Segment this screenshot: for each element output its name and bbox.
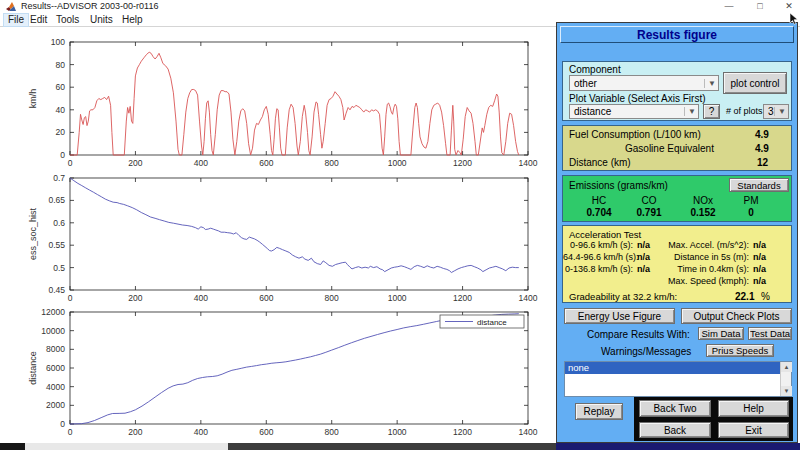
- svg-text:60: 60: [56, 82, 66, 92]
- energy-use-figure-button[interactable]: Energy Use Figure: [564, 308, 675, 324]
- minimize-button[interactable]: —: [716, 0, 742, 13]
- ess-soc-plot: 02004006008001000120014000.450.50.550.60…: [0, 168, 548, 304]
- acceleration-test-group: Acceleration Test 0-96.6 km/h (s): n/a 6…: [562, 225, 792, 303]
- menu-units[interactable]: Units: [86, 14, 117, 26]
- gradeability-value: 22.1: [735, 291, 754, 302]
- listbox-scrollbar[interactable]: ▲ ▼: [780, 362, 791, 396]
- back-two-button[interactable]: Back Two: [639, 400, 711, 417]
- svg-text:distance: distance: [477, 318, 507, 327]
- emissions-title: Emissions (grams/km): [569, 180, 668, 191]
- menu-tools[interactable]: Tools: [52, 14, 83, 26]
- close-button[interactable]: ✕: [776, 0, 800, 13]
- scroll-down-icon[interactable]: ▼: [781, 386, 792, 396]
- warnings-messages-label: Warnings/Messages: [601, 346, 691, 357]
- chevron-down-icon: ▼: [704, 79, 716, 88]
- svg-text:0.45: 0.45: [48, 285, 65, 295]
- back-button[interactable]: Back: [639, 422, 711, 438]
- accel-value: n/a: [637, 240, 650, 250]
- svg-text:200: 200: [128, 427, 142, 437]
- svg-text:1400: 1400: [519, 427, 538, 437]
- prius-speeds-button[interactable]: Prius Speeds: [706, 344, 774, 357]
- window-title: Results--ADVISOR 2003-00-r0116: [21, 1, 158, 11]
- svg-text:800: 800: [325, 427, 339, 437]
- output-check-plots-button[interactable]: Output Check Plots: [681, 308, 792, 324]
- svg-text:0.55: 0.55: [48, 240, 65, 250]
- emissions-value: 0.704: [579, 207, 619, 218]
- panel-title: Results figure: [560, 26, 794, 43]
- svg-text:0.6: 0.6: [53, 218, 65, 228]
- svg-text:10000: 10000: [41, 326, 65, 336]
- fuel-consumption-group: Fuel Consumption (L/100 km) 4.9 Gasoline…: [562, 125, 792, 171]
- svg-text:400: 400: [194, 158, 208, 168]
- svg-text:0: 0: [60, 150, 65, 160]
- component-select-value: other: [574, 78, 597, 89]
- fuel-row-value: 4.9: [755, 129, 769, 140]
- num-plots-value: 3: [768, 106, 774, 117]
- scroll-up-icon[interactable]: ▲: [781, 362, 792, 372]
- num-plots-label: # of plots: [726, 106, 763, 116]
- restore-button[interactable]: □: [747, 0, 773, 13]
- standards-button[interactable]: Standards: [729, 178, 789, 192]
- accel-label: Max. Accel. (m/s^2):: [663, 240, 749, 250]
- accel-value: n/a: [753, 264, 766, 274]
- accel-value: n/a: [637, 264, 650, 274]
- chevron-down-icon: ▼: [684, 107, 696, 116]
- emissions-value: 0: [731, 207, 771, 218]
- fuel-row-label: Fuel Consumption (L/100 km): [569, 129, 701, 140]
- svg-text:0.65: 0.65: [48, 195, 65, 205]
- distance-plot: 0200400600800100012001400020004000600080…: [0, 302, 548, 444]
- svg-text:12000: 12000: [41, 307, 65, 317]
- plot-variable-select[interactable]: distance ▼: [569, 104, 699, 119]
- exit-button[interactable]: Exit: [718, 422, 789, 438]
- svg-text:400: 400: [194, 427, 208, 437]
- svg-text:800: 800: [325, 158, 339, 168]
- emissions-col-header: CO: [629, 195, 669, 206]
- svg-text:600: 600: [259, 158, 273, 168]
- gradeability-label: Gradeability at 32.2 km/h:: [569, 291, 677, 302]
- sim-data-button[interactable]: Sim Data: [698, 327, 744, 340]
- warnings-listbox[interactable]: none ▲ ▼: [564, 361, 792, 397]
- menu-file[interactable]: File: [4, 14, 28, 26]
- accel-label: 0-96.6 km/h (s):: [563, 240, 633, 250]
- emissions-col-header: PM: [731, 195, 771, 206]
- title-bar: Results--ADVISOR 2003-00-r0116 — □ ✕: [0, 0, 800, 13]
- emissions-col-header: HC: [579, 195, 619, 206]
- component-select[interactable]: other ▼: [569, 75, 719, 91]
- svg-text:0.5: 0.5: [53, 263, 65, 273]
- svg-text:80: 80: [56, 60, 66, 70]
- accel-value: n/a: [753, 276, 766, 286]
- emissions-col-header: NOx: [683, 195, 723, 206]
- svg-text:6000: 6000: [46, 363, 65, 373]
- advisor-results-window: Results--ADVISOR 2003-00-r0116 — □ ✕ Fil…: [0, 0, 800, 450]
- bottom-edge-track: [25, 443, 228, 450]
- test-data-button[interactable]: Test Data: [748, 327, 792, 340]
- replay-button[interactable]: Replay: [575, 403, 623, 420]
- component-label: Component: [569, 64, 621, 75]
- help-button[interactable]: Help: [718, 400, 789, 417]
- plot-variable-label: Plot Variable (Select Axis First): [569, 93, 706, 104]
- svg-text:2000: 2000: [46, 400, 65, 410]
- svg-text:0: 0: [60, 419, 65, 429]
- bottom-edge-left: [0, 443, 25, 450]
- accel-title: Acceleration Test: [569, 229, 641, 240]
- svg-text:8000: 8000: [46, 344, 65, 354]
- num-plots-select[interactable]: 3 ▼: [763, 104, 789, 119]
- svg-text:distance: distance: [28, 351, 38, 385]
- svg-text:1400: 1400: [519, 158, 538, 168]
- emissions-value: 0.791: [629, 207, 669, 218]
- svg-text:ess_soc_hist: ess_soc_hist: [28, 207, 38, 260]
- accel-label: Time in 0.4km (s):: [663, 264, 749, 274]
- svg-text:40: 40: [56, 105, 66, 115]
- help-question-button[interactable]: ?: [703, 104, 720, 119]
- mouse-cursor-icon: [789, 13, 799, 25]
- accel-value: n/a: [753, 240, 766, 250]
- menu-help[interactable]: Help: [118, 14, 147, 26]
- svg-text:200: 200: [128, 158, 142, 168]
- accel-label: Max. Speed (kmph):: [663, 276, 749, 286]
- warnings-list-item[interactable]: none: [565, 362, 780, 374]
- plot-control-button[interactable]: plot control: [723, 72, 787, 94]
- svg-text:600: 600: [259, 427, 273, 437]
- gradeability-unit: %: [761, 291, 770, 302]
- chevron-down-icon: ▼: [774, 107, 786, 116]
- menu-edit[interactable]: Edit: [26, 14, 51, 26]
